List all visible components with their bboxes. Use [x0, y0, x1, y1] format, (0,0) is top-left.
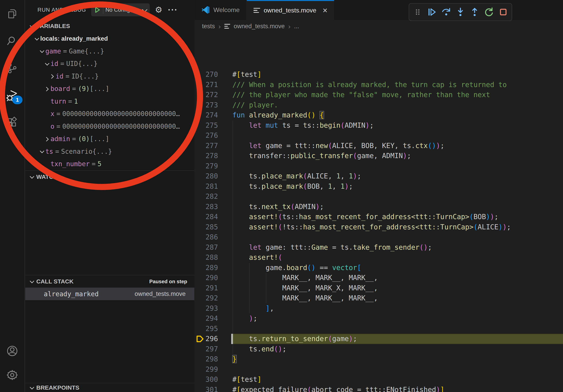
variable-row[interactable]: id=UID{...}: [25, 57, 194, 70]
call-stack-frame[interactable]: already_marked owned_tests.move: [25, 287, 194, 300]
code-line[interactable]: 298}: [194, 354, 563, 364]
code-line[interactable]: 287 let game: ttt::Game = ts.take_from_s…: [194, 242, 563, 253]
line-number[interactable]: 276: [194, 131, 218, 141]
code-line[interactable]: 295: [194, 324, 563, 334]
variable-row[interactable]: board=(9)[...]: [25, 82, 194, 95]
line-number[interactable]: 288: [194, 252, 218, 263]
step-over-button[interactable]: [440, 6, 452, 18]
code-line[interactable]: 296 ts.return_to_sender(game);: [194, 334, 563, 344]
code-line[interactable]: 282: [194, 191, 563, 202]
chevron-down-icon[interactable]: [38, 50, 45, 53]
step-out-button[interactable]: [469, 6, 480, 18]
variable-row[interactable]: ts=Scenario{...}: [25, 145, 194, 158]
restart-button[interactable]: [483, 6, 495, 18]
breadcrumb-item-file[interactable]: owned_tests.move: [234, 23, 285, 30]
code-line[interactable]: 278 transfer::public_transfer(game, ADMI…: [194, 151, 563, 161]
source-control-icon[interactable]: [5, 61, 19, 75]
toolbar-drag-handle[interactable]: [412, 6, 423, 18]
variables-section-header[interactable]: VARIABLES: [25, 20, 194, 32]
step-into-button[interactable]: [455, 6, 466, 18]
line-number[interactable]: 283: [194, 202, 218, 212]
more-actions-icon[interactable]: ···: [168, 5, 178, 15]
line-number[interactable]: 298: [194, 354, 218, 364]
code-line[interactable]: 299: [194, 364, 563, 375]
account-icon[interactable]: [5, 344, 19, 358]
line-number[interactable]: 273: [194, 100, 218, 110]
code-line[interactable]: 284 assert!(ts::has_most_recent_for_addr…: [194, 212, 563, 222]
line-number[interactable]: 300: [194, 374, 218, 385]
stop-button[interactable]: [498, 6, 509, 18]
line-number[interactable]: 297: [194, 344, 218, 354]
code-line[interactable]: 273/// player.: [194, 100, 563, 110]
chevron-right-icon[interactable]: [48, 75, 56, 78]
variable-row[interactable]: locals: already_marked: [25, 32, 194, 45]
code-line[interactable]: 275 let mut ts = ts::begin(ADMIN);: [194, 120, 563, 131]
line-number[interactable]: 294: [194, 314, 218, 324]
code-line[interactable]: 293 ],: [194, 303, 563, 314]
variable-row[interactable]: o=00000000000000000000000000000…: [25, 120, 194, 133]
variable-row[interactable]: turn=1: [25, 95, 194, 108]
line-number[interactable]: 293: [194, 303, 218, 314]
line-number[interactable]: 270: [194, 69, 218, 80]
run-and-debug-icon[interactable]: 1: [5, 88, 19, 103]
code-line[interactable]: 270#[test]: [194, 69, 563, 80]
tab-owned-tests[interactable]: owned_tests.move ×: [247, 0, 334, 20]
continue-button[interactable]: [426, 6, 438, 18]
search-icon[interactable]: [5, 34, 19, 48]
code-line[interactable]: 277 let game = ttt::new(ALICE, BOB, KEY,…: [194, 141, 563, 151]
line-number[interactable]: 274: [194, 110, 218, 120]
code-line[interactable]: 280 ts.place_mark(ALICE, 1, 1);: [194, 171, 563, 181]
line-number[interactable]: 289: [194, 263, 218, 273]
code-line[interactable]: 291 MARK__, MARK_X, MARK__,: [194, 283, 563, 293]
line-number[interactable]: 277: [194, 141, 218, 151]
line-number[interactable]: 291: [194, 283, 218, 293]
code-line[interactable]: 297 ts.end();: [194, 344, 563, 354]
line-number[interactable]: 292: [194, 293, 218, 303]
code-line[interactable]: 283 ts.next_tx(ADMIN);: [194, 202, 563, 212]
line-number[interactable]: 281: [194, 181, 218, 192]
chevron-down-icon[interactable]: [43, 62, 51, 65]
code-line[interactable]: 286: [194, 232, 563, 242]
code-line[interactable]: 279: [194, 161, 563, 171]
line-number[interactable]: 290: [194, 273, 218, 283]
line-number[interactable]: 287: [194, 242, 218, 253]
chevron-right-icon[interactable]: [43, 137, 51, 141]
line-number[interactable]: 271: [194, 80, 218, 90]
variable-row[interactable]: x=00000000000000000000000000000…: [25, 108, 194, 120]
code-line[interactable]: 281 ts.place_mark(BOB, 1, 1);: [194, 181, 563, 192]
chevron-right-icon[interactable]: [43, 87, 51, 91]
line-number[interactable]: 278: [194, 151, 218, 161]
code-line[interactable]: 285 assert!(!ts::has_most_recent_for_add…: [194, 222, 563, 232]
variable-row[interactable]: id=ID{...}: [25, 70, 194, 83]
settings-gear-icon[interactable]: [5, 368, 19, 382]
line-number[interactable]: 272: [194, 90, 218, 100]
code-line[interactable]: 271/// When a position is already marked…: [194, 80, 563, 90]
code-line[interactable]: 276: [194, 131, 563, 141]
code-line[interactable]: 290 MARK__, MARK__, MARK__,: [194, 273, 563, 283]
code-line[interactable]: 300#[test]: [194, 374, 563, 385]
line-number[interactable]: 285: [194, 222, 218, 232]
breadcrumb-item-tests[interactable]: tests: [202, 23, 215, 30]
code-line[interactable]: 274fun already_marked() {: [194, 110, 563, 120]
breadcrumb-item-symbol[interactable]: ...: [294, 23, 299, 30]
code-line[interactable]: 292 MARK__, MARK__, MARK__,: [194, 293, 563, 303]
extensions-icon[interactable]: [5, 116, 19, 130]
line-number[interactable]: 301: [194, 385, 218, 392]
line-number[interactable]: 299: [194, 364, 218, 375]
line-number[interactable]: 286: [194, 232, 218, 242]
close-icon[interactable]: ×: [323, 6, 328, 15]
code-line[interactable]: 288 assert!(: [194, 252, 563, 263]
code-line[interactable]: 272/// the player who made the "false" m…: [194, 90, 563, 100]
code-line[interactable]: 289 game.board() == vector[: [194, 263, 563, 273]
line-number[interactable]: 284: [194, 212, 218, 222]
debug-config-dropdown[interactable]: No Configurations: [91, 3, 150, 16]
variable-row[interactable]: game=Game{...}: [25, 45, 194, 58]
line-number[interactable]: 279: [194, 161, 218, 171]
code-line[interactable]: 301#[expected_failure(abort_code = ttt::…: [194, 385, 563, 392]
chevron-down-icon[interactable]: [33, 37, 40, 40]
line-number[interactable]: 295: [194, 324, 218, 334]
explorer-icon[interactable]: [5, 7, 19, 21]
variable-row[interactable]: txn_number=5: [25, 158, 194, 170]
chevron-down-icon[interactable]: [38, 150, 45, 153]
line-number[interactable]: 280: [194, 171, 218, 181]
